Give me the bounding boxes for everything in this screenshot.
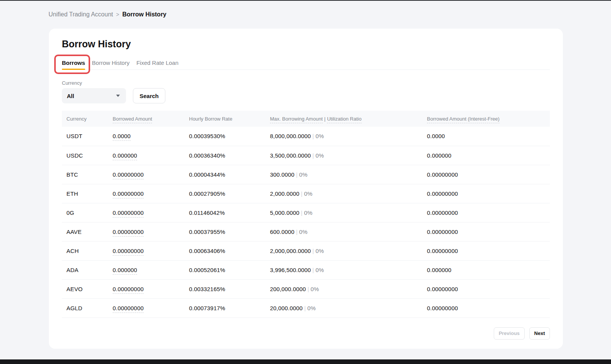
borrowed-interest-free-value: 0.0000 (427, 133, 445, 139)
tab-label: Borrow History (92, 60, 129, 66)
cell-hourly-borrow-rate: 0.00039530% (184, 127, 265, 146)
column-header-separator: | (323, 116, 327, 122)
borrowed-amount-value: 0.00000000 (113, 190, 144, 198)
cell-borrowed-interest-free: 0.00000000 (422, 279, 550, 298)
borrow-history-card: Borrow History BorrowsBorrow HistoryFixe… (49, 29, 563, 349)
column-header: Borrowed Amount (108, 111, 184, 127)
column-header: Hourly Borrow Rate (184, 111, 265, 127)
value-separator: | (294, 171, 299, 178)
hourly-borrow-rate-value: 0.00039530% (189, 133, 225, 139)
breadcrumb-parent-link[interactable]: Unified Trading Account (48, 11, 113, 18)
cell-hourly-borrow-rate: 0.00027905% (184, 184, 265, 203)
max-borrowing-amount-value: 8,000,000.0000 (270, 133, 311, 139)
value-separator: | (294, 229, 299, 235)
cell-hourly-borrow-rate: 0.00004344% (184, 165, 265, 184)
cell-borrowed-interest-free: 0.000000 (422, 260, 550, 279)
table-row: USDC0.0000000.00036340%3,500,000.0000|0%… (62, 146, 550, 165)
cell-currency: AEVO (62, 279, 108, 298)
borrowed-interest-free-value: 0.00000000 (427, 209, 458, 216)
cell-currency: BTC (62, 165, 108, 184)
column-header-label: Borrowed Amount (Interest-Free) (427, 116, 499, 123)
cell-max-borrowing-amount: 5,000.0000|0% (265, 203, 422, 222)
tab-borrow-history[interactable]: Borrow History (92, 58, 129, 69)
hourly-borrow-rate-value: 0.01146042% (189, 209, 225, 216)
hourly-borrow-rate-value: 0.00063406% (189, 248, 225, 254)
table-row: AEVO0.000000000.00332165%200,000.0000|0%… (62, 279, 550, 298)
utilization-ratio-value: 0% (315, 248, 324, 254)
tab-label: Fixed Rate Loan (136, 60, 178, 66)
column-header-label: Hourly Borrow Rate (189, 116, 232, 122)
max-borrowing-amount-value: 2,000.0000 (270, 190, 299, 197)
tab-bar: BorrowsBorrow HistoryFixed Rate Loan (62, 58, 550, 70)
borrowed-amount-value: 0.00000000 (113, 229, 144, 237)
value-separator: | (299, 190, 304, 197)
currency-ticker: ACH (66, 248, 79, 254)
borrowed-amount-value: 0.00000000 (113, 209, 144, 217)
table-row: ADA0.0000000.00052061%3,996,500.0000|0%0… (62, 260, 550, 279)
column-header-label: Borrowed Amount (113, 116, 152, 123)
currency-ticker: 0G (66, 209, 74, 216)
cell-currency: ETH (62, 184, 108, 203)
cell-borrowed-interest-free: 0.000000 (422, 146, 550, 165)
value-separator: | (303, 305, 307, 311)
borrowed-interest-free-value: 0.000000 (427, 152, 451, 159)
utilization-ratio-value: 0% (315, 133, 324, 139)
borrowed-amount-value: 0.00000000 (113, 248, 144, 256)
borrowed-interest-free-value: 0.00000000 (427, 305, 458, 311)
tab-borrows[interactable]: Borrows (62, 58, 85, 69)
cell-currency: AAVE (62, 222, 108, 241)
window-bottom-bar (0, 359, 611, 364)
hourly-borrow-rate-value: 0.00052061% (189, 267, 225, 273)
currency-ticker: ETH (66, 190, 78, 197)
currency-ticker: USDC (66, 152, 83, 159)
cell-borrowed-amount: 0.00000000 (108, 298, 184, 317)
previous-page-button[interactable]: Previous (494, 327, 525, 340)
borrowed-interest-free-value: 0.00000000 (427, 171, 458, 178)
currency-select[interactable]: All (62, 88, 126, 103)
column-header: Max. Borrowing Amount|Utilization Ratio (265, 111, 422, 127)
cell-max-borrowing-amount: 600.0000|0% (265, 222, 422, 241)
search-button[interactable]: Search (133, 88, 165, 103)
utilization-ratio-value: 0% (304, 190, 312, 197)
cell-borrowed-interest-free: 0.00000000 (422, 203, 550, 222)
cell-borrowed-amount: 0.00000000 (108, 241, 184, 260)
chevron-down-icon (116, 95, 120, 97)
currency-ticker: AGLD (66, 305, 82, 311)
column-header-label: Currency (66, 116, 87, 122)
cell-currency: USDT (62, 127, 108, 146)
borrowed-interest-free-value: 0.000000 (427, 267, 451, 273)
cell-currency: ADA (62, 260, 108, 279)
borrowed-amount-value: 0.00000000 (113, 171, 144, 179)
currency-select-value: All (67, 93, 74, 99)
cell-borrowed-amount: 0.0000 (108, 127, 184, 146)
tab-fixed-rate-loan[interactable]: Fixed Rate Loan (136, 58, 178, 69)
value-separator: | (311, 152, 315, 159)
hourly-borrow-rate-value: 0.00332165% (189, 286, 225, 292)
hourly-borrow-rate-value: 0.00004344% (189, 171, 225, 178)
borrowed-amount-value: 0.00000000 (113, 286, 144, 294)
filter-row: All Search (62, 88, 550, 103)
cell-borrowed-amount: 0.00000000 (108, 165, 184, 184)
table-row: 0G0.000000000.01146042%5,000.0000|0%0.00… (62, 203, 550, 222)
max-borrowing-amount-value: 5,000.0000 (270, 209, 299, 216)
utilization-ratio-value: 0% (307, 305, 316, 311)
borrows-table: CurrencyBorrowed AmountHourly Borrow Rat… (62, 111, 550, 318)
utilization-ratio-value: 0% (315, 267, 324, 273)
borrowed-amount-value: 0.000000 (113, 152, 137, 160)
breadcrumb-current: Borrow History (122, 11, 166, 18)
cell-max-borrowing-amount: 200,000.0000|0% (265, 279, 422, 298)
currency-ticker: AEVO (66, 286, 82, 292)
currency-ticker: AAVE (66, 229, 82, 235)
borrowed-amount-value: 0.0000 (113, 133, 131, 141)
max-borrowing-amount-value: 3,500,000.0000 (270, 152, 311, 159)
next-page-button[interactable]: Next (529, 327, 550, 340)
max-borrowing-amount-value: 600.0000 (270, 229, 294, 235)
cell-hourly-borrow-rate: 0.01146042% (184, 203, 265, 222)
max-borrowing-amount-value: 3,996,500.0000 (270, 267, 311, 273)
max-borrowing-amount-value: 300.0000 (270, 171, 294, 178)
value-separator: | (311, 267, 315, 273)
cell-max-borrowing-amount: 2,000,000.0000|0% (265, 241, 422, 260)
max-borrowing-amount-value: 2,000,000.0000 (270, 248, 311, 254)
hourly-borrow-rate-value: 0.00036340% (189, 152, 225, 159)
hourly-borrow-rate-value: 0.00027905% (189, 190, 225, 197)
